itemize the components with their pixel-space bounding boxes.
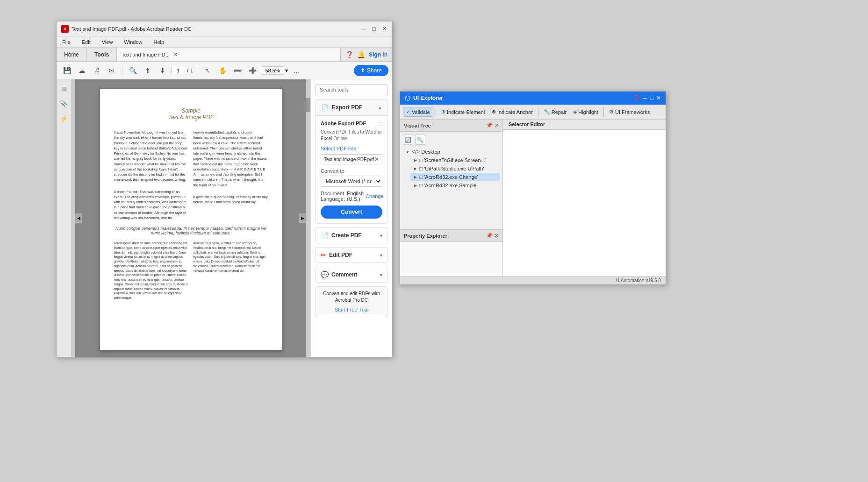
visual-tree-header: Visual Tree 📌 ✕ (400, 120, 502, 132)
prev-page-button[interactable]: ⬆ (141, 64, 154, 77)
create-pdf-icon: 📄 (321, 232, 329, 239)
tree-item-uipath[interactable]: ▶ □ 'UiPath.Studio.exe UiPath' (410, 164, 500, 173)
pdf-collapse-left[interactable]: ◀ (75, 213, 82, 223)
help-icon[interactable]: ❓ (345, 51, 353, 58)
zoom-dropdown-icon[interactable]: ▾ (285, 67, 288, 74)
tree-expand-screentogif[interactable]: ▶ (412, 157, 418, 163)
visual-tree-close-btn[interactable]: ✕ (495, 122, 499, 128)
tree-expand-acro-sample[interactable]: ▶ (412, 183, 418, 188)
tree-icons-row: 🔄 🔍 (403, 135, 500, 145)
pages-icon[interactable]: ⊞ (58, 83, 70, 94)
edit-pdf-header[interactable]: ✏ Edit PDF ▾ (316, 248, 387, 262)
prop-close-btn[interactable]: ✕ (495, 233, 499, 239)
export-pdf-header[interactable]: 📄 Export PDF ▲ (316, 99, 387, 116)
ui-maximize-button[interactable]: □ (650, 95, 653, 101)
zoom-control: 58.5% ▾ (261, 66, 288, 75)
validate-label: Validate (412, 109, 430, 115)
zoom-in-button[interactable]: ➕ (246, 64, 259, 77)
search-button[interactable]: 🔍 (126, 64, 139, 77)
upload-button[interactable]: ☁ (75, 64, 88, 77)
close-button[interactable]: ✕ (381, 26, 387, 32)
file-remove-button[interactable]: ✕ (374, 156, 379, 163)
tree-screentogif-icon: □ (419, 157, 423, 163)
gear-icon: ⚙ (609, 109, 614, 115)
repair-label: Repair (552, 109, 567, 115)
toolbar-separator-1 (122, 66, 122, 75)
export-pdf-more-icon[interactable]: ⬚ (378, 121, 382, 126)
menu-window[interactable]: Window (122, 38, 144, 46)
menu-edit[interactable]: Edit (80, 38, 93, 46)
repair-button[interactable]: 🔧 Repair (541, 107, 569, 116)
email-button[interactable]: ✉ (105, 64, 118, 77)
pdf-scrollbar-thumb[interactable] (306, 98, 310, 112)
tree-expand-uipath[interactable]: ▶ (412, 166, 418, 171)
notification-icon[interactable]: 🔔 (357, 51, 365, 58)
more-options-button[interactable]: ... (290, 64, 303, 77)
indicate-element-button[interactable]: ⊕ Indicate Element (438, 107, 488, 116)
doc-lang-change[interactable]: Change (366, 193, 384, 199)
highlight-button[interactable]: ◈ Highlight (570, 107, 601, 116)
create-pdf-header-left: 📄 Create PDF (321, 232, 362, 239)
share-button[interactable]: ⬆ Share (354, 65, 388, 76)
start-free-trial-link[interactable]: Start Free Trial (335, 307, 369, 312)
property-explorer-icons: 📌 ✕ (486, 233, 499, 239)
comment-header[interactable]: 💬 Comment ▾ (316, 267, 387, 282)
tab-document[interactable]: Text and Image PD... × (117, 48, 341, 61)
layers-icon[interactable]: ⚡ (58, 113, 70, 124)
tab-right-area: ❓ 🔔 Sign In (341, 48, 392, 61)
print-button[interactable]: 🖨 (90, 64, 103, 77)
ui-frameworks-button[interactable]: ⚙ UI Frameworks (606, 107, 653, 116)
zoom-out-button[interactable]: ➖ (231, 64, 244, 77)
tab-tools[interactable]: Tools (87, 48, 117, 61)
maximize-button[interactable]: □ (371, 26, 377, 32)
tree-search-btn[interactable]: 🔍 (415, 135, 425, 145)
tree-item-desktop[interactable]: ▼ </> Desktop (403, 148, 500, 156)
next-page-button[interactable]: ⬇ (156, 64, 169, 77)
save-button[interactable]: 💾 (60, 64, 73, 77)
zoom-display[interactable]: 58.5% (261, 66, 284, 75)
select-tool-button[interactable]: ↖ (201, 64, 214, 77)
menu-view[interactable]: View (100, 38, 115, 46)
tree-item-acro-sample[interactable]: ▶ □ 'AcroRd32.exe Sample' (410, 181, 500, 190)
tree-item-acro-change[interactable]: ▶ □ 'AcroRd32.exe Change' (410, 173, 500, 181)
convert-to-select[interactable]: Microsoft Word (*.docx) (321, 176, 382, 187)
comment-header-left: 💬 Comment (321, 271, 357, 278)
prop-pin-btn[interactable]: 📌 (486, 233, 493, 239)
page-number-input[interactable] (171, 67, 185, 74)
pdf-expand-right[interactable]: ▶ (299, 213, 306, 223)
minimize-button[interactable]: ─ (360, 26, 367, 32)
file-input-row: Text and Image PDF.pdf ✕ (321, 154, 382, 164)
tree-expand-acro-change[interactable]: ▶ (412, 174, 418, 180)
create-pdf-header[interactable]: 📄 Create PDF ▾ (316, 228, 387, 243)
convert-button[interactable]: Convert (321, 206, 382, 219)
validate-button[interactable]: ✓ Validate (403, 107, 433, 117)
select-pdf-link[interactable]: Select PDF File (321, 146, 382, 151)
menu-help[interactable]: Help (151, 38, 166, 46)
attachments-icon[interactable]: 📎 (58, 98, 70, 109)
indicate-anchor-button[interactable]: ⊗ Indicate Anchor (489, 107, 536, 116)
menu-file[interactable]: File (60, 38, 72, 46)
doc-lang-value: English (U.S.) (347, 191, 364, 202)
tree-refresh-btn[interactable]: 🔄 (403, 135, 413, 145)
ui-minimize-button[interactable]: ─ (643, 95, 647, 101)
tab-home[interactable]: Home (57, 48, 87, 61)
visual-tree-label: Visual Tree (404, 123, 431, 128)
edit-pdf-icon: ✏ (321, 251, 326, 259)
pdf-scrollbar[interactable] (306, 79, 310, 357)
pdf-viewer[interactable]: Sample Text & Image PDF It was November.… (72, 79, 310, 357)
visual-tree-pin-btn[interactable]: 📌 (486, 122, 493, 128)
export-pdf-icon: 📄 (321, 103, 329, 112)
tree-item-screentogif[interactable]: ▶ □ 'ScreenToGif.exe Screen...' (410, 156, 500, 164)
ui-close-button[interactable]: ✕ (656, 95, 661, 101)
ui-help-button[interactable]: ❓ (633, 95, 640, 101)
hand-tool-button[interactable]: ✋ (216, 64, 229, 77)
pdf-page: Sample Text & Image PDF It was November.… (100, 89, 282, 350)
pdf-columns-bottom: Lorem ipsum dolor sit amet, consectetur … (114, 241, 268, 300)
file-name-text: Text and Image PDF.pdf (324, 157, 374, 162)
tab-document-close[interactable]: × (172, 51, 179, 58)
tree-expand-desktop[interactable]: ▼ (405, 149, 410, 155)
selector-editor-tab[interactable]: Selector Editor (503, 120, 551, 129)
search-tools-input[interactable] (316, 84, 387, 95)
tree-acro-sample-icon: □ (419, 182, 423, 189)
sign-in-button[interactable]: Sign In (369, 51, 387, 58)
